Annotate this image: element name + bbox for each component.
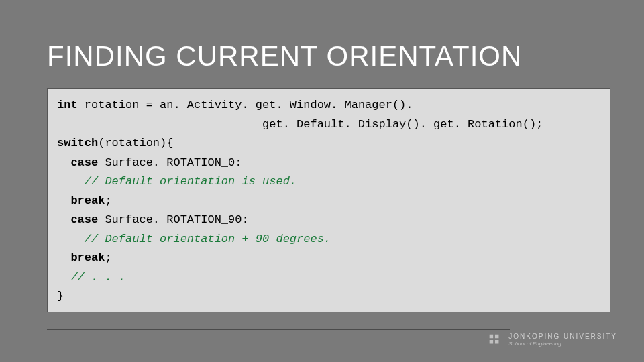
code-text: (rotation){ xyxy=(98,137,173,149)
svg-rect-2 xyxy=(490,340,494,344)
code-kw-break: break xyxy=(57,251,105,264)
code-text: ; xyxy=(105,251,111,264)
code-kw-int: int xyxy=(57,99,78,111)
code-comment: // . . . xyxy=(57,271,125,284)
code-text: Surface. ROTATION_90: xyxy=(98,213,248,226)
svg-rect-0 xyxy=(490,335,494,339)
svg-rect-1 xyxy=(495,335,499,339)
code-kw-switch: switch xyxy=(57,137,98,149)
code-kw-case: case xyxy=(57,156,98,169)
footer: JÖNKÖPING UNIVERSITY School of Engineeri… xyxy=(487,333,617,347)
code-text: ; xyxy=(105,194,111,207)
code-block: int rotation = an. Activity. get. Window… xyxy=(47,88,610,312)
university-name: JÖNKÖPING UNIVERSITY xyxy=(508,333,617,341)
svg-rect-3 xyxy=(495,340,499,344)
university-logo-icon xyxy=(487,333,502,347)
code-kw-break: break xyxy=(57,194,105,207)
code-text: } xyxy=(57,290,64,302)
footer-divider xyxy=(47,329,510,330)
code-text: get. Default. Display(). get. Rotation()… xyxy=(57,118,543,131)
code-comment: // Default orientation is used. xyxy=(57,175,297,188)
university-school: School of Engineering xyxy=(508,341,617,347)
code-text: rotation = an. Activity. get. Window. Ma… xyxy=(78,99,413,111)
code-comment: // Default orientation + 90 degrees. xyxy=(57,233,331,245)
slide-title: FINDING CURRENT ORIENTATION xyxy=(47,40,610,72)
code-text: Surface. ROTATION_0: xyxy=(98,156,241,169)
code-kw-case: case xyxy=(57,213,98,226)
